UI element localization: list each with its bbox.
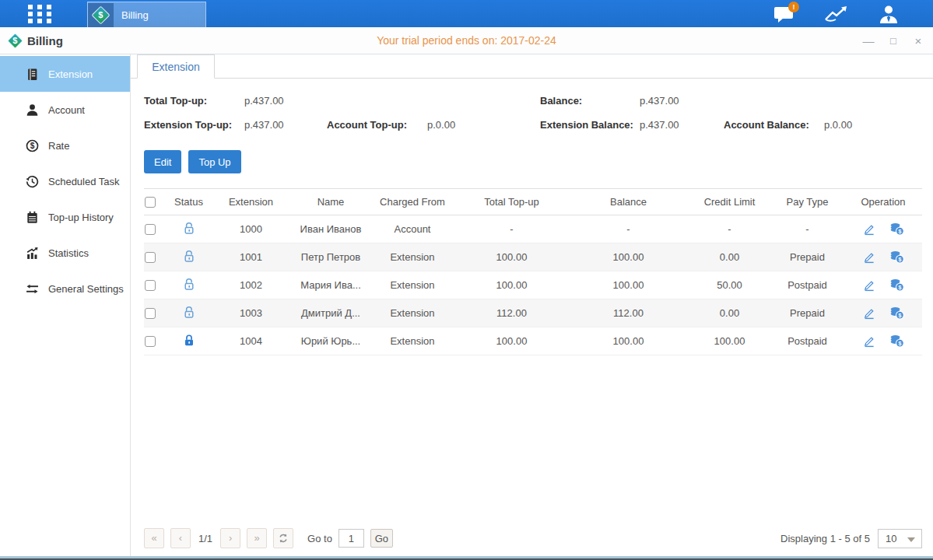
row-checkbox[interactable] <box>145 224 156 235</box>
go-button[interactable]: Go <box>370 529 393 548</box>
billing-app-window: $ Billing ! <box>0 0 933 560</box>
apps-grid-icon[interactable] <box>26 4 54 24</box>
balance-value: p.437.00 <box>640 95 679 107</box>
svg-text:$: $ <box>898 257 901 263</box>
table-row: 1003Дмитрий Д...Extension112.00112.000.0… <box>144 299 922 327</box>
balance-cell: 100.00 <box>568 327 689 355</box>
charged-from-cell: Extension <box>370 243 455 271</box>
pay-type-cell: Prepaid <box>770 299 844 327</box>
minimize-icon[interactable]: — <box>861 35 875 47</box>
prev-page-button[interactable]: ‹ <box>170 528 191 548</box>
name-cell: Юрий Юрь... <box>292 327 370 355</box>
extension-cell: 1000 <box>210 215 292 243</box>
svg-text:$: $ <box>898 313 901 319</box>
edit-icon[interactable] <box>863 251 875 264</box>
unlocked-icon[interactable] <box>183 306 195 319</box>
action-buttons: Edit Top Up <box>131 150 933 173</box>
total-topup-value: p.437.00 <box>244 95 284 107</box>
credit-limit-cell: 0.00 <box>689 243 770 271</box>
charged-from-cell: Extension <box>370 271 455 299</box>
close-icon[interactable]: × <box>911 35 925 47</box>
row-checkbox[interactable] <box>145 336 156 347</box>
extension-table-body: 1000Иван ИвановAccount----$1001Петр Петр… <box>144 215 922 355</box>
unlocked-icon[interactable] <box>183 278 195 291</box>
balance-summary: Total Top-up: p.437.00 Balance: p.437.00… <box>131 79 933 150</box>
column-header: Total Top-up <box>455 189 568 215</box>
credit-limit-cell: 100.00 <box>689 327 770 355</box>
sidebar-item-rate[interactable]: $Rate <box>0 128 130 163</box>
sidebar-item-label: Scheduled Task <box>48 176 120 187</box>
billing-diamond-icon: $ <box>7 32 23 48</box>
total-topup-cell: 100.00 <box>455 327 568 355</box>
pay-type-cell: Postpaid <box>770 271 844 299</box>
pay-type-cell: - <box>770 215 844 243</box>
row-checkbox[interactable] <box>145 308 156 319</box>
sidebar-item-topup-history[interactable]: Top-up History <box>0 199 130 235</box>
top-up-icon[interactable]: $ <box>889 250 904 264</box>
taskbar-tab-label: Billing <box>121 9 149 21</box>
maximize-icon[interactable]: □ <box>886 36 900 46</box>
svg-text:$: $ <box>898 341 901 347</box>
top-up-icon[interactable]: $ <box>889 222 904 236</box>
first-page-button[interactable]: « <box>144 528 164 548</box>
edit-icon[interactable] <box>863 307 875 320</box>
select-all-checkbox[interactable] <box>145 197 156 208</box>
credit-limit-cell: 50.00 <box>689 271 770 299</box>
column-header: Extension <box>210 189 292 215</box>
column-header: Name <box>292 189 370 215</box>
top-up-button[interactable]: Top Up <box>188 150 240 173</box>
top-up-icon[interactable]: $ <box>889 306 904 320</box>
locked-icon[interactable] <box>183 334 195 347</box>
column-header: Operation <box>844 189 922 215</box>
tab-extension[interactable]: Extension <box>137 54 215 79</box>
row-checkbox[interactable] <box>145 252 156 263</box>
sliders-icon <box>26 282 39 296</box>
main-content: Extension Total Top-up: p.437.00 Balance… <box>131 54 933 556</box>
page-size-select[interactable]: 10 <box>878 529 922 548</box>
top-up-icon[interactable]: $ <box>889 278 904 292</box>
page-info: 1/1 <box>198 533 212 544</box>
sidebar-item-account[interactable]: Account <box>0 92 130 128</box>
charged-from-cell: Account <box>370 215 455 243</box>
row-checkbox[interactable] <box>145 280 156 291</box>
balance-label: Balance: <box>540 95 582 107</box>
goto-label: Go to <box>307 533 332 544</box>
top-up-icon[interactable]: $ <box>889 334 904 348</box>
sidebar-item-general-settings[interactable]: General Settings <box>0 271 130 306</box>
next-page-button[interactable]: › <box>220 528 240 548</box>
svg-text:$: $ <box>30 142 35 150</box>
messages-icon[interactable]: ! <box>771 3 798 25</box>
total-topup-cell: 112.00 <box>455 299 568 327</box>
sidebar-item-label: Extension <box>48 68 93 80</box>
calendar-icon <box>26 211 39 224</box>
window-controls: — □ × <box>861 27 925 54</box>
svg-text:$: $ <box>898 285 901 291</box>
column-header: Credit Limit <box>689 189 770 215</box>
taskbar-tab-billing[interactable]: $ Billing <box>87 2 206 27</box>
window-title: $ Billing <box>9 34 63 47</box>
edit-icon[interactable] <box>863 223 875 236</box>
edit-icon[interactable] <box>863 279 875 292</box>
sidebar-item-label: Account <box>48 104 85 116</box>
balance-cell: 100.00 <box>568 271 689 299</box>
name-cell: Дмитрий Д... <box>292 299 370 327</box>
sidebar-item-label: Top-up History <box>48 212 114 223</box>
tab-strip: Extension <box>131 54 933 79</box>
total-topup-cell: 100.00 <box>455 271 568 299</box>
sidebar-item-scheduled-task[interactable]: Scheduled Task <box>0 163 130 199</box>
edit-button[interactable]: Edit <box>144 150 181 173</box>
sidebar-item-extension[interactable]: Extension <box>0 56 130 92</box>
user-icon[interactable] <box>875 3 902 25</box>
last-page-button[interactable]: » <box>247 528 267 548</box>
edit-icon[interactable] <box>863 335 875 348</box>
statistics-chart-icon[interactable] <box>823 3 850 25</box>
person-icon <box>26 103 39 117</box>
total-topup-label: Total Top-up: <box>144 95 207 107</box>
refresh-icon[interactable] <box>273 528 293 548</box>
pagination-bar: « ‹ 1/1 › » Go to Go Displaying 1 - 5 of… <box>131 520 933 556</box>
unlocked-icon[interactable] <box>183 250 195 263</box>
sidebar-item-statistics[interactable]: Statistics <box>0 235 130 271</box>
goto-page-input[interactable] <box>338 529 364 548</box>
table-row: 1002Мария Ива...Extension100.00100.0050.… <box>144 271 922 299</box>
unlocked-icon[interactable] <box>183 222 195 235</box>
